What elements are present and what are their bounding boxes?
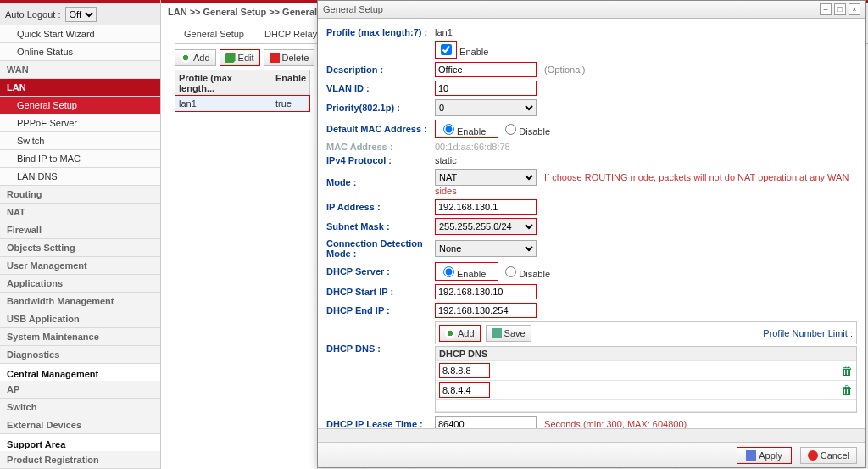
- delete-button[interactable]: Delete: [264, 49, 315, 66]
- dhcp-enable-wrap: Enable: [435, 262, 498, 281]
- description-input[interactable]: [435, 62, 537, 77]
- lease-input[interactable]: [435, 416, 537, 428]
- nav-external-devices[interactable]: External Devices: [0, 416, 160, 434]
- horizontal-scrollbar[interactable]: [318, 428, 865, 442]
- nav-lan-dns[interactable]: LAN DNS: [0, 168, 160, 186]
- add-button[interactable]: Add: [175, 49, 216, 66]
- nav-general-setup[interactable]: General Setup: [0, 97, 160, 114]
- defmac-disable-radio[interactable]: [505, 124, 516, 135]
- table-row[interactable]: lan1 true: [175, 95, 310, 112]
- nav-nat[interactable]: NAT: [0, 204, 160, 221]
- dns-row: 🗑: [436, 361, 856, 381]
- nav-bandwidth-management[interactable]: Bandwidth Management: [0, 293, 160, 310]
- tab-general-setup[interactable]: General Setup: [175, 25, 253, 43]
- dialog-body: Profile (max length:7) : lan1 Enable Des…: [318, 19, 865, 428]
- dhcp-start-input[interactable]: [435, 284, 537, 299]
- mac-value: 00:1d:aa:66:d8:78: [435, 142, 857, 152]
- nav-lan[interactable]: LAN: [0, 79, 160, 97]
- ipv4proto-label: IPv4 Protocol :: [326, 155, 435, 165]
- nav-diagnostics[interactable]: Diagnostics: [0, 346, 160, 364]
- dhcp-end-label: DHCP End IP :: [326, 305, 435, 315]
- auto-logout-bar: Auto Logout : Off: [0, 3, 160, 25]
- mac-label: MAC Address :: [326, 142, 435, 152]
- trash-icon[interactable]: 🗑: [837, 364, 856, 377]
- dns-add-button[interactable]: Add: [439, 325, 481, 342]
- apply-button[interactable]: Apply: [737, 447, 792, 464]
- plus-icon: [181, 53, 191, 63]
- enable-checkbox[interactable]: [441, 44, 452, 55]
- grid-header: Profile (max length... Enable: [175, 70, 309, 96]
- dns-save-button[interactable]: Save: [486, 325, 531, 342]
- nav-product-registration[interactable]: Product Registration: [0, 451, 160, 469]
- nav-wan[interactable]: WAN: [0, 61, 160, 79]
- nav-quick-start-wizard[interactable]: Quick Start Wizard: [0, 25, 160, 43]
- enable-label: Enable: [459, 47, 488, 57]
- profile-label: Profile (max length:7) :: [326, 27, 435, 37]
- edit-icon: [225, 53, 236, 63]
- priority-label: Priority(802.1p) :: [326, 103, 435, 113]
- dns-section-header: DHCP DNS: [436, 347, 837, 360]
- nav-support-area: Support Area: [0, 434, 160, 451]
- mode-select[interactable]: NAT: [435, 169, 537, 186]
- ipv4proto-value: static: [435, 155, 857, 165]
- nav-bind-ip-to-mac[interactable]: Bind IP to MAC: [0, 150, 160, 168]
- dhcp-enable-radio[interactable]: [443, 266, 454, 277]
- priority-select[interactable]: 0: [435, 99, 537, 116]
- minimize-button[interactable]: –: [820, 3, 832, 15]
- nav-usb-application[interactable]: USB Application: [0, 310, 160, 328]
- cdm-select[interactable]: None: [435, 240, 537, 257]
- nav-menu: Quick Start WizardOnline StatusWANLANGen…: [0, 25, 160, 469]
- nav-ap[interactable]: AP: [0, 381, 160, 399]
- mask-select[interactable]: 255.255.255.0/24: [435, 218, 537, 235]
- trash-icon: [270, 53, 280, 63]
- optional-hint: (Optional): [544, 64, 585, 75]
- trash-icon[interactable]: 🗑: [837, 383, 856, 397]
- tab-dhcp-relay[interactable]: DHCP Relay: [256, 25, 326, 43]
- dhcp-start-label: DHCP Start IP :: [326, 287, 435, 297]
- disk-icon: [746, 450, 756, 461]
- defmac-enable-wrap: Enable: [435, 120, 498, 138]
- defmac-label: Default MAC Address :: [326, 124, 435, 134]
- nav-switch[interactable]: Switch: [0, 132, 160, 150]
- dns-grid: DHCP DNS 🗑 🗑: [435, 346, 857, 413]
- cell-profile-name: lan1: [175, 96, 272, 111]
- dns-input-0[interactable]: [439, 363, 490, 378]
- save-icon: [492, 328, 502, 338]
- nav-online-status[interactable]: Online Status: [0, 43, 160, 61]
- dhcp-label: DHCP Server :: [326, 266, 435, 276]
- nav-firewall[interactable]: Firewall: [0, 221, 160, 239]
- dns-row: 🗑: [436, 381, 856, 400]
- defmac-enable-radio[interactable]: [443, 124, 454, 135]
- col-enable: Enable: [272, 70, 309, 96]
- dns-empty-row: [436, 400, 856, 412]
- dialog-title: General Setup: [323, 4, 383, 14]
- profile-grid: Profile (max length... Enable lan1 true: [175, 70, 310, 112]
- nav-pppoe-server[interactable]: PPPoE Server: [0, 114, 160, 132]
- mode-label: Mode :: [326, 177, 435, 187]
- nav-objects-setting[interactable]: Objects Setting: [0, 239, 160, 257]
- close-button[interactable]: ×: [849, 3, 860, 15]
- nav-switch[interactable]: Switch: [0, 399, 160, 416]
- vlan-input[interactable]: [435, 81, 537, 96]
- dns-label: DHCP DNS :: [326, 321, 435, 354]
- profile-value: lan1: [435, 27, 857, 37]
- vlan-label: VLAN ID :: [326, 83, 435, 93]
- dialog-footer: Apply Cancel: [318, 442, 865, 467]
- dns-input-1[interactable]: [439, 382, 490, 398]
- maximize-button[interactable]: □: [834, 3, 846, 15]
- dns-toolbar: Add Save Profile Number Limit :: [435, 321, 857, 344]
- ip-input[interactable]: [435, 199, 537, 215]
- plus-icon: [445, 328, 455, 338]
- enable-wrapper: [435, 41, 457, 59]
- nav-routing[interactable]: Routing: [0, 186, 160, 204]
- nav-applications[interactable]: Applications: [0, 275, 160, 293]
- dhcp-disable-radio[interactable]: [505, 266, 516, 277]
- edit-button[interactable]: Edit: [220, 49, 260, 66]
- auto-logout-select[interactable]: Off: [65, 7, 97, 22]
- lease-label: DHCP IP Lease Time :: [326, 419, 435, 428]
- nav-user-management[interactable]: User Management: [0, 257, 160, 275]
- dhcp-end-input[interactable]: [435, 303, 537, 318]
- nav-system-maintenance[interactable]: System Maintenance: [0, 328, 160, 346]
- cancel-button[interactable]: Cancel: [800, 447, 857, 464]
- lease-hint: Seconds (min: 300, MAX: 604800): [544, 419, 687, 428]
